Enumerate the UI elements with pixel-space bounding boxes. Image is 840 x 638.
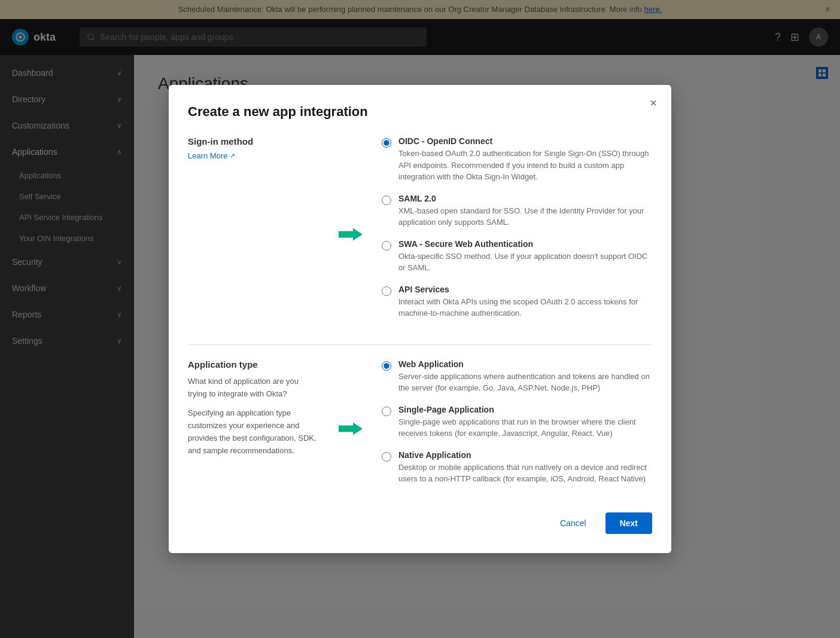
api-content: API Services Interact with Okta APIs usi… [398, 285, 652, 319]
sign-in-method-section: Sign-in method Learn More ↗ OIDC - OpenI… [188, 136, 652, 330]
spa-content: Single-Page Application Single-page web … [398, 405, 652, 439]
web-app-desc: Server-side applications where authentic… [398, 371, 652, 394]
api-services-option[interactable]: API Services Interact with Okta APIs usi… [382, 285, 652, 319]
modal-overlay: × Create a new app integration Sign-in m… [0, 0, 840, 638]
oidc-content: OIDC - OpenID Connect Token-based OAuth … [398, 136, 652, 183]
app-type-left: Application type What kind of applicatio… [188, 359, 319, 496]
arrow-icon-signin [339, 226, 363, 243]
app-type-radio-options: Web Application Server-side applications… [382, 359, 652, 496]
api-desc: Interact with Okta APIs using the scoped… [398, 296, 652, 319]
oidc-option[interactable]: OIDC - OpenID Connect Token-based OAuth … [382, 136, 652, 183]
native-app-desc: Desktop or mobile applications that run … [398, 462, 652, 485]
saml-label: SAML 2.0 [398, 194, 652, 203]
spa-desc: Single-page web applications that run in… [398, 416, 652, 439]
sign-in-method-label: Sign-in method [188, 136, 319, 146]
app-type-desc2: Specifying an application type customize… [188, 407, 319, 457]
saml-desc: XML-based open standard for SSO. Use if … [398, 205, 652, 228]
oidc-radio[interactable] [382, 138, 391, 148]
section-divider [188, 344, 652, 345]
oidc-desc: Token-based OAuth 2.0 authentication for… [398, 148, 652, 183]
swa-option[interactable]: SWA - Secure Web Authentication Okta-spe… [382, 239, 652, 274]
arrow-indicator-signin [339, 136, 363, 330]
app-type-label: Application type [188, 359, 319, 370]
web-app-label: Web Application [398, 359, 652, 369]
native-app-content: Native Application Desktop or mobile app… [398, 450, 652, 485]
svg-marker-7 [339, 228, 363, 241]
swa-label: SWA - Secure Web Authentication [398, 239, 652, 249]
web-app-radio[interactable] [382, 361, 391, 371]
saml-content: SAML 2.0 XML-based open standard for SSO… [398, 194, 652, 228]
api-label: API Services [398, 285, 652, 294]
spa-radio[interactable] [382, 407, 391, 416]
modal-footer: Cancel Next [188, 512, 652, 534]
sign-in-method-left: Sign-in method Learn More ↗ [188, 136, 319, 330]
cancel-button[interactable]: Cancel [548, 512, 598, 534]
api-radio[interactable] [382, 286, 391, 296]
arrow-indicator-apptype [339, 359, 363, 496]
native-app-radio[interactable] [382, 452, 391, 462]
spa-label: Single-Page Application [398, 405, 652, 414]
web-app-content: Web Application Server-side applications… [398, 359, 652, 394]
swa-content: SWA - Secure Web Authentication Okta-spe… [398, 239, 652, 274]
arrow-icon-apptype [339, 420, 363, 437]
create-app-modal: × Create a new app integration Sign-in m… [169, 85, 671, 553]
native-app-option[interactable]: Native Application Desktop or mobile app… [382, 450, 652, 485]
app-type-desc1: What kind of application are you trying … [188, 376, 319, 401]
saml-option[interactable]: SAML 2.0 XML-based open standard for SSO… [382, 194, 652, 228]
app-type-section: Application type What kind of applicatio… [188, 359, 652, 496]
web-app-option[interactable]: Web Application Server-side applications… [382, 359, 652, 394]
external-link-icon: ↗ [230, 152, 235, 160]
modal-title: Create a new app integration [188, 104, 652, 120]
saml-radio[interactable] [382, 196, 391, 205]
sign-in-radio-options: OIDC - OpenID Connect Token-based OAuth … [382, 136, 652, 330]
swa-desc: Okta-specific SSO method. Use if your ap… [398, 251, 652, 274]
next-button[interactable]: Next [605, 512, 652, 534]
learn-more-link[interactable]: Learn More ↗ [188, 151, 319, 160]
learn-more-text: Learn More [188, 151, 227, 160]
oidc-label: OIDC - OpenID Connect [398, 136, 652, 146]
spa-option[interactable]: Single-Page Application Single-page web … [382, 405, 652, 439]
modal-close-button[interactable]: × [650, 97, 657, 109]
native-app-label: Native Application [398, 450, 652, 460]
svg-marker-8 [339, 422, 363, 435]
swa-radio[interactable] [382, 241, 391, 251]
